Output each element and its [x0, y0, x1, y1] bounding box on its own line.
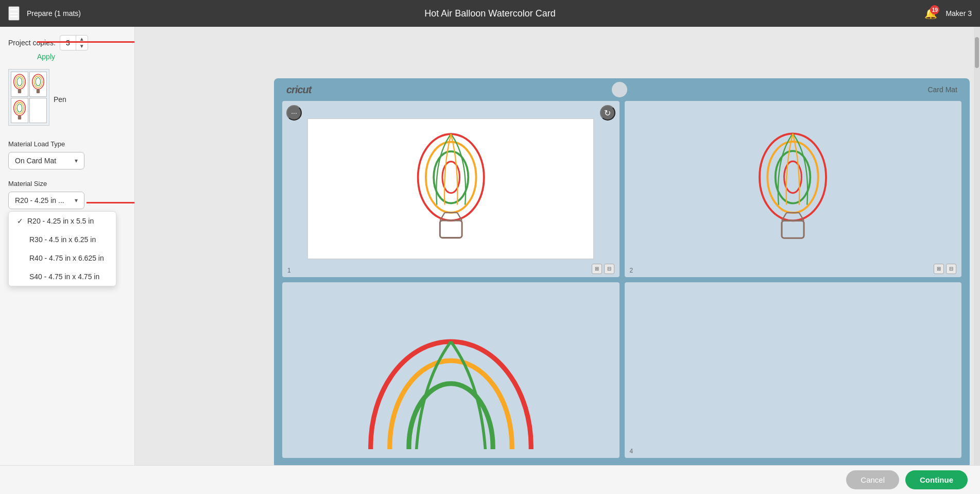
svg-rect-16	[440, 220, 462, 238]
dropdown-item-r20[interactable]: ✓ R20 - 4.25 in x 5.5 in	[9, 212, 116, 230]
copies-arrow-indicator	[37, 38, 135, 45]
material-load-type-section: Material Load Type On Card Mat ▾	[8, 140, 126, 169]
size-arrow-indicator	[87, 199, 135, 206]
card-mat-label: Card Mat	[927, 86, 957, 94]
mat-ctrl-btn-1a[interactable]: ⊞	[592, 264, 602, 274]
mat-cell-4: 4	[625, 282, 962, 458]
mat-cell-inner-2	[650, 118, 936, 259]
page-title: Hot Air Balloon Watercolor Card	[424, 8, 555, 19]
dropdown-item-label-s40: S40 - 4.75 in x 4.75 in	[29, 272, 99, 281]
thumb-cell-2	[29, 72, 47, 97]
check-icon: ✓	[17, 217, 23, 225]
svg-point-12	[418, 134, 484, 220]
size-arrow-container: R20 - 4.25 in ... ▾ ✓ R20 - 4.25 in x 5.…	[8, 192, 126, 209]
svg-point-6	[36, 78, 41, 86]
balloon-svg-1	[337, 126, 565, 252]
mat-ctrl-btn-2a[interactable]: ⊞	[934, 264, 944, 274]
sidebar: Project copies: 3 ▲ ▼ Apply	[0, 27, 135, 494]
material-size-section: Material Size R20 - 4.25 in ... ▾ ✓ R20 …	[8, 180, 126, 209]
dropdown-item-s40[interactable]: S40 - 4.75 in x 4.75 in	[9, 267, 116, 286]
mat-refresh-button-1[interactable]: ↻	[600, 105, 615, 121]
svg-rect-24	[782, 220, 804, 238]
balloon-svg-3	[336, 291, 565, 449]
menu-button[interactable]: ☰	[8, 6, 20, 21]
header-right: 🔔 19 Maker 3	[924, 7, 972, 20]
balloon-svg-2	[678, 126, 907, 252]
svg-point-22	[776, 151, 811, 203]
mat-preview-row: Pen	[8, 69, 126, 130]
svg-point-14	[434, 151, 468, 203]
header-center: Hot Air Balloon Watercolor Card	[424, 8, 555, 19]
chevron-down-icon: ▾	[75, 157, 78, 164]
canvas-area: cricut Card Mat ··· ↻	[135, 27, 980, 494]
svg-point-28	[370, 342, 531, 449]
mat-controls-2: ⊞ ⊟	[934, 264, 956, 274]
pen-label: Pen	[54, 95, 66, 104]
thumb-cell-3	[11, 98, 28, 123]
svg-rect-7	[37, 89, 40, 93]
material-load-type-value: On Card Mat	[15, 157, 56, 165]
mat-ctrl-btn-1b[interactable]: ⊟	[604, 264, 614, 274]
continue-button[interactable]: Continue	[905, 470, 968, 489]
mat-number-2: 2	[630, 267, 633, 274]
size-chevron-down-icon: ▾	[75, 197, 78, 204]
thumb-cell-4	[29, 98, 47, 123]
scrollbar-right[interactable]	[974, 27, 980, 494]
mat-number-1: 1	[287, 267, 291, 274]
mat-cell-inner-3	[307, 282, 594, 458]
mat-outer: cricut Card Mat ··· ↻	[274, 78, 970, 468]
mat-ctrl-btn-2b[interactable]: ⊟	[946, 264, 956, 274]
material-load-type-label: Material Load Type	[8, 140, 126, 148]
main-layout: Project copies: 3 ▲ ▼ Apply	[0, 27, 980, 494]
mat-controls-1: ⊞ ⊟	[592, 264, 614, 274]
mat-cell-3	[282, 282, 620, 458]
dropdown-item-r30[interactable]: R30 - 4.5 in x 6.25 in	[9, 230, 116, 249]
mat-thumbnail	[8, 69, 49, 126]
dropdown-item-label-r30: R30 - 4.5 in x 6.25 in	[29, 235, 96, 244]
header: ☰ Prepare (1 mats) Hot Air Balloon Water…	[0, 0, 980, 27]
bottom-bar: Cancel Continue	[0, 465, 980, 494]
material-size-value: R20 - 4.25 in ...	[15, 196, 64, 205]
mat-clamp	[612, 82, 627, 97]
material-load-type-dropdown[interactable]: On Card Mat ▾	[8, 152, 84, 169]
dropdown-item-label-r20: R20 - 4.25 in x 5.5 in	[27, 217, 94, 225]
cancel-button[interactable]: Cancel	[846, 470, 899, 489]
svg-point-20	[760, 133, 826, 220]
material-size-label: Material Size	[8, 180, 126, 188]
material-size-menu: ✓ R20 - 4.25 in x 5.5 in R30 - 4.5 in x …	[8, 211, 116, 286]
scrollbar-thumb[interactable]	[975, 37, 979, 68]
mat-number-4: 4	[630, 448, 633, 455]
notification-badge: 19	[930, 5, 939, 14]
mat-cell-1: ··· ↻	[282, 101, 620, 277]
apply-button[interactable]: Apply	[37, 53, 55, 61]
prepare-label: Prepare (1 mats)	[27, 9, 81, 18]
svg-point-2	[17, 78, 22, 86]
material-size-dropdown[interactable]: R20 - 4.25 in ... ▾	[8, 192, 84, 209]
dropdown-item-label-r40: R40 - 4.75 in x 6.625 in	[29, 254, 104, 262]
dropdown-item-r40[interactable]: R40 - 4.75 in x 6.625 in	[9, 249, 116, 267]
mat-top-bar: cricut Card Mat	[274, 78, 970, 99]
mat-cell-2: 2 ⊞ ⊟	[625, 101, 962, 277]
mat-options-button-1[interactable]: ···	[286, 105, 302, 121]
thumb-cell-1	[11, 72, 28, 97]
mats-container: ··· ↻	[274, 99, 970, 466]
svg-point-10	[17, 104, 22, 112]
cricut-logo: cricut	[286, 84, 311, 96]
svg-rect-3	[18, 89, 21, 93]
mat-cell-inner-1	[307, 118, 594, 259]
notification-button[interactable]: 🔔 19	[924, 7, 937, 20]
maker-label: Maker 3	[945, 9, 972, 18]
svg-rect-11	[18, 115, 21, 120]
